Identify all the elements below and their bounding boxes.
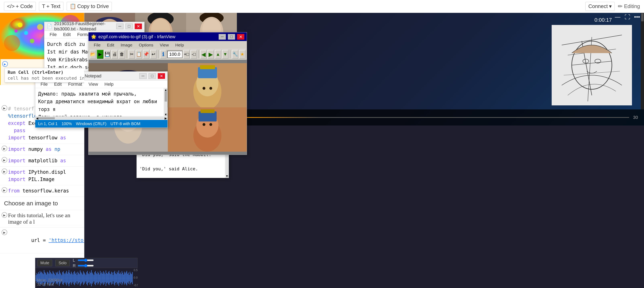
iv-down-btn[interactable]: ▼ (222, 50, 228, 59)
svg-rect-156 (110, 273, 110, 283)
notepad-pushkin-minimize-btn[interactable]: ─ (139, 73, 146, 79)
audio-bit-depth: 32-bit float (37, 282, 62, 286)
video-scrollbar[interactable] (641, 13, 644, 109)
notepad-pushkin-content[interactable]: Думало: прадь хвалита мой прычаль, Когда… (35, 88, 164, 116)
notepad-faust-minimize-btn[interactable]: ─ (116, 24, 124, 29)
video-timestamp: 0:00:17 (594, 17, 612, 23)
video-minimize-btn[interactable]: — (615, 14, 620, 20)
scrollbar-thumb (641, 13, 644, 21)
run-cell-btn-6[interactable]: ▶ (2, 187, 7, 193)
svg-rect-149 (104, 272, 104, 284)
r-slider[interactable] (78, 264, 94, 267)
scroll-thumb (164, 91, 167, 102)
scroll-down-btn[interactable]: ▼ (164, 113, 167, 116)
status-zoom: 100% (62, 121, 72, 126)
code-button[interactable]: </> + Code (4, 2, 36, 11)
video-timeline[interactable] (243, 117, 629, 118)
iv-print-btn[interactable]: 🖨 (112, 50, 118, 59)
pushkin-scrollbar[interactable]: ▲ ▼ (164, 88, 168, 116)
svg-point-5 (18, 23, 22, 27)
iv-menu-image[interactable]: Image (118, 42, 136, 48)
svg-rect-143 (99, 274, 100, 282)
iv-cut-btn[interactable]: ✂ (128, 50, 135, 59)
iv-zoom-in-btn[interactable]: +□ (183, 50, 190, 59)
iv-undo-btn[interactable]: ↩ (150, 50, 156, 59)
svg-rect-180 (129, 275, 130, 281)
run-cell-btn-5[interactable]: ▶ (2, 169, 7, 174)
text-button[interactable]: T + Text (39, 2, 64, 11)
iv-copy-btn[interactable]: 📋 (136, 50, 142, 59)
video-expand-btn[interactable]: ⛶ (624, 14, 630, 20)
run-cell-btn-url[interactable]: ▶ (2, 212, 7, 218)
scroll-left-btn[interactable]: ◀ (36, 117, 38, 120)
audio-info: Mono, 22050Hz 32-bit float (37, 278, 62, 286)
scroll-right-btn[interactable]: ▶ (164, 117, 167, 120)
run-cell-btn-3[interactable]: ▶ (2, 146, 7, 151)
svg-rect-133 (91, 270, 92, 286)
iv-info-btn[interactable]: ℹ (160, 50, 166, 59)
text-line: Лети нашей веденца, я немнога, (38, 113, 161, 116)
iv-star-btn[interactable]: ★ (239, 50, 246, 59)
video-player: — ⛶ ••• 0:00:17 30 (237, 13, 644, 125)
text-cell-2-content: For this tutorial, let's use an image of… (8, 212, 70, 225)
iv-delete-btn[interactable]: 🗑 (119, 50, 125, 59)
video-more-btn[interactable]: ••• (634, 14, 640, 20)
scroll-up-btn[interactable]: ▲ (164, 88, 167, 91)
iv-zoom-out-btn[interactable]: -□ (190, 50, 197, 59)
svg-rect-118 (79, 274, 80, 282)
iv-zoom-display[interactable]: 100.0 (167, 51, 182, 58)
pushkin-h-scrollbar[interactable]: ◀ ▶ (35, 116, 168, 120)
iv-save-btn[interactable]: 💾 (104, 50, 110, 59)
svg-rect-105 (69, 270, 69, 286)
code-label: + Code (16, 3, 33, 10)
irfanview-close-btn[interactable]: ✕ (237, 34, 244, 40)
iv-menu-edit[interactable]: Edit (104, 42, 118, 48)
pk-menu-view[interactable]: View (85, 81, 101, 88)
solo-btn[interactable]: Solo (56, 260, 70, 266)
svg-rect-182 (130, 273, 131, 283)
iv-up-btn[interactable]: ▲ (215, 50, 221, 59)
iv-open-btn[interactable]: 📂 (90, 50, 96, 59)
svg-rect-108 (71, 272, 72, 284)
irfanview-minimize-btn[interactable]: ─ (218, 34, 226, 40)
iv-menu-file[interactable]: File (90, 42, 104, 48)
iv-separator2 (158, 50, 158, 58)
connect-label: Connect (588, 3, 608, 10)
pk-menu-help[interactable]: Help (101, 81, 117, 88)
notepad-pushkin-maximize-btn[interactable]: □ (148, 73, 156, 79)
svg-rect-162 (114, 271, 115, 285)
notepad-faust-maximize-btn[interactable]: □ (126, 24, 133, 29)
svg-point-10 (30, 39, 34, 43)
text-cell-2: For this tutorial, let's use an image of… (8, 212, 82, 225)
mute-btn[interactable]: Mute (37, 260, 52, 266)
svg-rect-137 (94, 272, 95, 284)
svg-rect-102 (66, 271, 67, 285)
run-cell-btn-2[interactable]: ▶ (2, 105, 7, 111)
iv-menu-options[interactable]: Options (136, 42, 156, 48)
menu-edit[interactable]: Edit (60, 31, 74, 38)
iv-next-btn[interactable]: ▶ (208, 50, 214, 59)
iv-menu-help[interactable]: Help (172, 42, 187, 48)
iv-prev-btn[interactable]: ◀ (200, 50, 207, 59)
text-cell-content: Choose an image to (4, 200, 58, 207)
notepad-faust-close-btn[interactable]: ✕ (135, 24, 142, 29)
run-cell-btn-1[interactable]: ▶ (2, 61, 8, 67)
copy-drive-button[interactable]: 📋 Copy to Drive (67, 2, 112, 11)
notepad-pushkin-close-btn[interactable]: ✕ (158, 73, 165, 79)
run-cell-btn-4[interactable]: ▶ (2, 157, 7, 163)
svg-rect-99 (64, 273, 64, 283)
svg-rect-125 (85, 274, 85, 282)
alice-scroll-down[interactable]: ▼ (226, 175, 228, 177)
iv-play-btn[interactable]: ▶ (97, 50, 104, 59)
svg-point-57 (202, 123, 205, 126)
svg-rect-136 (94, 275, 94, 281)
connect-button[interactable]: Connect ▾ (586, 2, 615, 11)
l-slider[interactable] (78, 259, 94, 262)
svg-rect-176 (126, 272, 126, 284)
menu-file[interactable]: File (46, 31, 60, 38)
irfanview-maximize-btn[interactable]: □ (228, 34, 235, 40)
iv-tools-btn[interactable]: 🔧 (232, 50, 238, 59)
iv-menu-view[interactable]: View (156, 42, 172, 48)
run-cell-btn-url2[interactable]: ▶ (2, 229, 7, 235)
iv-paste-btn[interactable]: 📌 (143, 50, 149, 59)
